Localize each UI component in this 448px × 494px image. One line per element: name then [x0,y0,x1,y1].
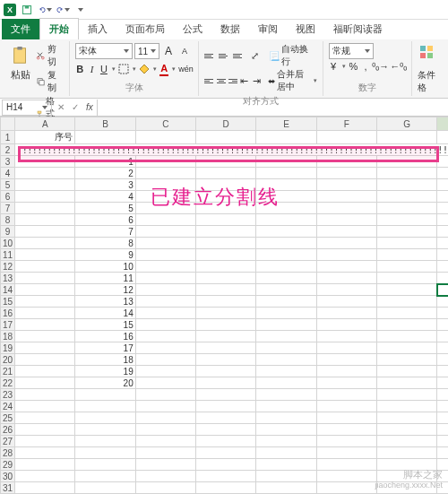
border-icon[interactable] [118,62,129,76]
tab-foxit[interactable]: 福昕阅读器 [324,19,392,39]
cell[interactable] [196,459,256,471]
cell[interactable] [316,273,376,284]
cell[interactable] [196,131,256,144]
row-header[interactable]: 10 [1,238,15,249]
cell[interactable] [15,331,75,342]
cell[interactable]: 13 [75,296,135,308]
enter-formula-icon[interactable]: ✓ [68,102,82,112]
cell[interactable] [256,424,316,436]
cell[interactable] [316,308,376,319]
cell[interactable] [135,214,195,226]
cell[interactable] [135,319,195,331]
cell[interactable] [437,203,448,214]
cell[interactable] [376,249,436,261]
cell[interactable] [15,226,75,238]
cell[interactable] [75,424,135,436]
cell[interactable] [316,482,376,494]
cell[interactable] [437,377,448,389]
cell[interactable] [376,131,436,144]
cell[interactable] [135,249,195,261]
cell[interactable] [256,214,316,226]
cell[interactable] [316,296,376,308]
row-header[interactable]: 9 [1,226,15,238]
cell[interactable] [196,308,256,319]
cell[interactable] [256,436,316,447]
cell[interactable] [437,366,448,377]
cell[interactable] [196,273,256,284]
row-header[interactable]: 7 [1,203,15,214]
fx-icon[interactable]: fx [82,102,97,112]
cell[interactable] [15,214,75,226]
cell[interactable]: 8 [75,238,135,249]
row-header[interactable]: 19 [1,342,15,354]
cell[interactable] [376,319,436,331]
row-header[interactable]: 25 [1,412,15,424]
cell[interactable] [75,447,135,459]
cell[interactable] [437,342,448,354]
cell[interactable] [15,366,75,377]
cell[interactable] [135,482,195,494]
cell[interactable] [316,459,376,471]
tab-formulas[interactable]: 公式 [174,19,211,39]
cell[interactable] [437,354,448,366]
cell[interactable] [316,249,376,261]
cell[interactable] [376,238,436,249]
cell[interactable] [196,482,256,494]
cell[interactable] [75,436,135,447]
cell[interactable] [15,203,75,214]
row-header[interactable]: 8 [1,214,15,226]
cell[interactable] [135,471,195,482]
name-box[interactable]: H14 [2,100,52,116]
cell[interactable] [437,249,448,261]
cell[interactable] [196,471,256,482]
currency-icon[interactable]: ¥ [329,59,337,74]
cell[interactable] [15,179,75,191]
cell[interactable] [75,412,135,424]
cell[interactable] [196,377,256,389]
paste-button[interactable]: 粘贴 [9,43,32,83]
tab-view[interactable]: 视图 [287,19,324,39]
conditional-format-icon[interactable] [418,43,437,63]
cell[interactable] [256,226,316,238]
indent-increase-icon[interactable]: ⇥ [252,74,263,88]
col-header-F[interactable]: F [316,117,376,131]
cell[interactable]: 15 [75,319,135,331]
italic-button[interactable]: I [87,62,96,76]
cell[interactable] [376,284,436,296]
cell[interactable] [196,354,256,366]
cell[interactable] [316,226,376,238]
cell[interactable] [256,331,316,342]
cell[interactable]: 19 [75,366,135,377]
cell[interactable] [376,273,436,284]
cell[interactable] [437,308,448,319]
font-color-icon[interactable]: A [159,62,168,76]
cell[interactable] [256,168,316,179]
align-middle-icon[interactable] [219,49,231,62]
cell[interactable] [256,471,316,482]
wrap-text-button[interactable]: 自动换行 [281,43,317,68]
cell[interactable] [376,203,436,214]
cell[interactable] [437,412,448,424]
cell[interactable] [316,366,376,377]
cell[interactable] [316,191,376,203]
cell[interactable] [437,331,448,342]
cell[interactable] [256,191,316,203]
cell[interactable] [437,424,448,436]
cell[interactable] [376,459,436,471]
cell[interactable]: 14 [75,308,135,319]
cell[interactable] [135,331,195,342]
cell[interactable] [75,401,135,412]
cell[interactable] [256,261,316,273]
cell[interactable] [196,447,256,459]
cell[interactable] [256,342,316,354]
cell[interactable]: 3 [75,179,135,191]
align-left-icon[interactable] [204,74,214,87]
decrease-font-icon[interactable]: A [177,44,192,58]
cell[interactable]: 11 [75,273,135,284]
cell[interactable] [15,342,75,354]
col-header-D[interactable]: D [196,117,256,131]
cell[interactable] [196,214,256,226]
cell[interactable] [437,179,448,191]
row-header[interactable]: 5 [1,179,15,191]
worksheet-grid[interactable]: ABCDEFGHIJ1序号2!!!!!!!!!!!!!!!!!!!!!!!!!!… [0,117,448,494]
